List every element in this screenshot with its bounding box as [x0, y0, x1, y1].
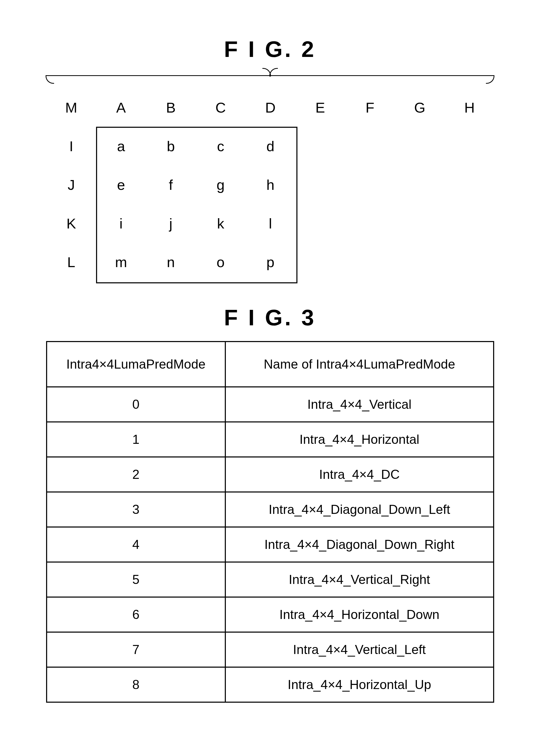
name-cell: Intra_4×4_Vertical [225, 387, 494, 422]
mode-cell: 4 [47, 527, 225, 562]
fig2-empty-cell [345, 243, 395, 281]
fig2-empty-cell [345, 127, 395, 165]
table-row: 8 Intra_4×4_Horizontal_Up [47, 667, 494, 702]
fig2-header-cell: F [345, 88, 395, 127]
name-cell: Intra_4×4_Diagonal_Down_Left [225, 492, 494, 527]
mode-cell: 6 [47, 597, 225, 632]
fig2-brace [46, 68, 494, 83]
fig2-header-cell: G [395, 88, 445, 127]
table-row: 3 Intra_4×4_Diagonal_Down_Left [47, 492, 494, 527]
fig2-inner-cell: i [96, 204, 146, 243]
fig2-left-cell: I [46, 127, 96, 165]
fig3-title: F I G. 3 [39, 304, 501, 331]
fig2-empty-cell [445, 204, 494, 243]
fig2-header-cell: D [245, 88, 295, 127]
name-cell: Intra_4×4_Vertical_Left [225, 632, 494, 667]
mode-cell: 7 [47, 632, 225, 667]
name-cell: Intra_4×4_Vertical_Right [225, 562, 494, 597]
name-cell: Intra_4×4_Horizontal [225, 422, 494, 457]
fig2-empty-cell [345, 165, 395, 204]
mode-cell: 1 [47, 422, 225, 457]
mode-cell: 3 [47, 492, 225, 527]
fig2-title: F I G. 2 [39, 36, 501, 62]
fig3-table: Intra4×4LumaPredMode Name of Intra4×4Lum… [46, 341, 494, 703]
name-cell: Intra_4×4_Horizontal_Down [225, 597, 494, 632]
mode-cell: 5 [47, 562, 225, 597]
table-row: 7 Intra_4×4_Vertical_Left [47, 632, 494, 667]
fig2-inner-cell: p [245, 243, 295, 281]
fig2-inner-cell: a [96, 127, 146, 165]
fig3-header-row: Intra4×4LumaPredMode Name of Intra4×4Lum… [47, 342, 494, 387]
fig2-inner-cell: k [196, 204, 245, 243]
fig2-header-cell: H [445, 88, 494, 127]
fig2-empty-cell [445, 127, 494, 165]
fig2-grid: M A B C D E F G H I a b c d J e f g h K … [46, 88, 494, 281]
name-cell: Intra_4×4_DC [225, 457, 494, 492]
table-row: 6 Intra_4×4_Horizontal_Down [47, 597, 494, 632]
fig2-inner-cell: b [146, 127, 196, 165]
name-cell: Intra_4×4_Diagonal_Down_Right [225, 527, 494, 562]
table-row: 1 Intra_4×4_Horizontal [47, 422, 494, 457]
fig2-header-cell: M [46, 88, 96, 127]
fig2-inner-cell: e [96, 165, 146, 204]
mode-cell: 0 [47, 387, 225, 422]
fig2-empty-cell [295, 165, 345, 204]
table-row: 4 Intra_4×4_Diagonal_Down_Right [47, 527, 494, 562]
fig2-header-cell: C [196, 88, 245, 127]
fig2-inner-cell: d [245, 127, 295, 165]
name-cell: Intra_4×4_Horizontal_Up [225, 667, 494, 702]
table-row: 0 Intra_4×4_Vertical [47, 387, 494, 422]
fig2-inner-cell: o [196, 243, 245, 281]
fig2-empty-cell [395, 204, 445, 243]
fig2-empty-cell [445, 243, 494, 281]
fig2-empty-cell [395, 165, 445, 204]
fig3-header-mode: Intra4×4LumaPredMode [47, 342, 225, 387]
fig2-left-cell: K [46, 204, 96, 243]
fig2-inner-cell: f [146, 165, 196, 204]
fig2-empty-cell [295, 243, 345, 281]
fig3-header-name: Name of Intra4×4LumaPredMode [225, 342, 494, 387]
fig2-inner-cell: n [146, 243, 196, 281]
fig2-inner-cell: g [196, 165, 245, 204]
fig2-empty-cell [395, 243, 445, 281]
fig2-left-cell: L [46, 243, 96, 281]
fig2-left-cell: J [46, 165, 96, 204]
fig2-empty-cell [445, 165, 494, 204]
fig2-header-cell: B [146, 88, 196, 127]
fig2-header-cell: A [96, 88, 146, 127]
fig2-empty-cell [395, 127, 445, 165]
fig2-header-cell: E [295, 88, 345, 127]
table-row: 5 Intra_4×4_Vertical_Right [47, 562, 494, 597]
fig2-empty-cell [295, 204, 345, 243]
fig2-empty-cell [295, 127, 345, 165]
fig2-inner-cell: j [146, 204, 196, 243]
table-row: 2 Intra_4×4_DC [47, 457, 494, 492]
mode-cell: 2 [47, 457, 225, 492]
mode-cell: 8 [47, 667, 225, 702]
page: F I G. 2 M A B C D E F G H I a b c d J e… [0, 0, 540, 756]
fig2-inner-cell: l [245, 204, 295, 243]
fig2-inner-cell: h [245, 165, 295, 204]
fig2-inner-cell: m [96, 243, 146, 281]
fig2-inner-cell: c [196, 127, 245, 165]
fig2-empty-cell [345, 204, 395, 243]
